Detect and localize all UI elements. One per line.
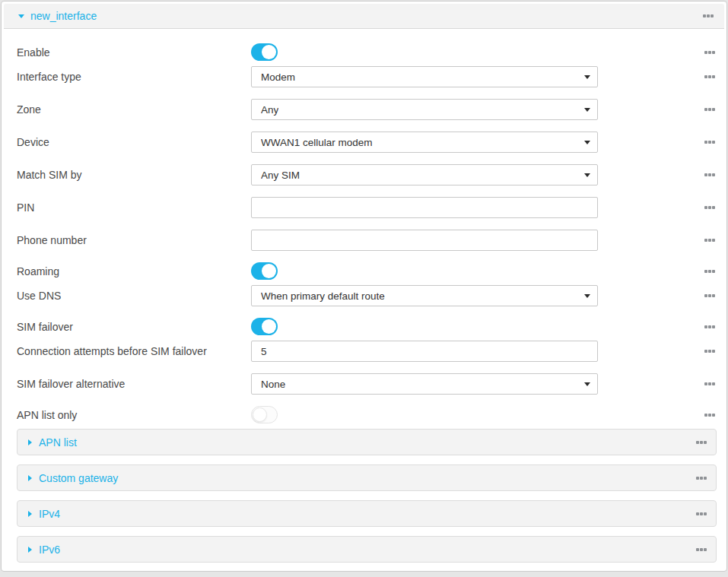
roaming-label: Roaming [17, 265, 251, 277]
interface-type-label: Interface type [17, 71, 251, 83]
row-interface-type: Interface type Modem [17, 66, 717, 87]
row-pin: PIN [17, 197, 717, 218]
enable-label: Enable [17, 46, 251, 59]
panel-header[interactable]: new_interface [4, 4, 724, 29]
row-device: Device WWAN1 cellular modem [17, 132, 717, 153]
apn-list-only-toggle[interactable] [251, 406, 278, 423]
field-control: When primary default route [251, 285, 598, 306]
connection-attempts-before-sim-failover-input[interactable] [251, 341, 598, 362]
pin-input[interactable] [251, 197, 598, 218]
section-custom-gateway-label: Custom gateway [39, 472, 118, 484]
ellipsis-menu-icon[interactable] [704, 380, 715, 388]
ellipsis-menu-icon[interactable] [696, 474, 707, 482]
device-label: Device [17, 136, 251, 148]
row-enable: Enable [17, 43, 717, 61]
enable-toggle[interactable] [251, 43, 278, 61]
sim-failover-alternative-select[interactable]: None [251, 373, 598, 395]
ellipsis-menu-icon[interactable] [704, 171, 715, 179]
triangle-right-icon [28, 547, 32, 553]
use-dns-select[interactable]: When primary default route [251, 285, 598, 306]
chevron-down-icon [584, 141, 590, 144]
section-custom-gateway[interactable]: Custom gateway [17, 464, 717, 491]
field-control: Any [251, 99, 598, 120]
chevron-down-icon [584, 173, 590, 177]
ellipsis-menu-icon[interactable] [696, 510, 707, 518]
use-dns-label: Use DNS [17, 290, 251, 302]
ellipsis-menu-icon[interactable] [703, 12, 714, 20]
zone-label: Zone [17, 103, 251, 116]
ellipsis-menu-icon[interactable] [704, 411, 715, 419]
ellipsis-menu-icon[interactable] [696, 439, 707, 446]
phone-number-label: Phone number [17, 234, 251, 246]
form-rows: Enable Interface type Modem [2, 29, 726, 423]
ellipsis-menu-icon[interactable] [704, 236, 715, 244]
roaming-toggle[interactable] [251, 262, 278, 280]
row-zone: Zone Any [17, 99, 717, 120]
chevron-down-icon [584, 382, 590, 386]
select-value: Any [261, 104, 278, 116]
field-control: Any SIM [251, 164, 598, 185]
field-control [251, 197, 598, 218]
ellipsis-menu-icon[interactable] [704, 106, 715, 113]
field-control: WWAN1 cellular modem [251, 132, 598, 153]
chevron-down-icon [584, 75, 590, 79]
section-ipv4-label: IPv4 [39, 508, 60, 520]
triangle-right-icon [28, 511, 32, 517]
ellipsis-menu-icon[interactable] [704, 292, 715, 300]
collapsed-sections: APN list Custom gateway IPv4 IPv6 [2, 429, 726, 563]
new-interface-panel: new_interface Enable Interface type Mode… [1, 1, 727, 572]
device-select[interactable]: WWAN1 cellular modem [251, 132, 598, 153]
triangle-right-icon [28, 439, 32, 445]
field-control: None [251, 373, 598, 395]
ellipsis-menu-icon[interactable] [704, 73, 715, 81]
ellipsis-menu-icon[interactable] [704, 204, 715, 211]
select-value: When primary default route [261, 290, 385, 302]
toggle-knob [262, 264, 276, 278]
ellipsis-menu-icon[interactable] [704, 138, 715, 146]
field-control [251, 406, 598, 423]
section-apn-list-label: APN list [39, 436, 77, 449]
row-phone-number: Phone number [17, 230, 717, 251]
chevron-down-icon [584, 294, 590, 298]
sim-failover-alternative-label: SIM failover alternative [17, 378, 251, 390]
zone-select[interactable]: Any [251, 99, 598, 120]
triangle-down-icon [18, 14, 24, 18]
toggle-knob [262, 45, 276, 59]
field-control [251, 43, 598, 61]
apn-list-only-label: APN list only [17, 409, 251, 421]
field-control [251, 230, 598, 251]
section-apn-list[interactable]: APN list [17, 429, 717, 455]
row-connection-attempts-before-sim-failover: Connection attempts before SIM failover [17, 341, 717, 362]
match-sim-by-label: Match SIM by [17, 169, 251, 181]
ellipsis-menu-icon[interactable] [704, 49, 715, 56]
ellipsis-menu-icon[interactable] [704, 323, 715, 331]
field-control [251, 341, 598, 362]
toggle-knob [253, 407, 267, 422]
select-value: Any SIM [261, 170, 300, 181]
sim-failover-label: SIM failover [17, 321, 251, 333]
select-value: WWAN1 cellular modem [261, 137, 373, 148]
panel-title: new_interface [30, 10, 97, 22]
connection-attempts-before-sim-failover-label: Connection attempts before SIM failover [17, 345, 251, 357]
chevron-down-icon [584, 108, 590, 112]
ellipsis-menu-icon[interactable] [704, 268, 715, 275]
pin-label: PIN [17, 201, 251, 214]
phone-number-input[interactable] [251, 230, 598, 251]
select-value: Modem [261, 71, 295, 83]
ellipsis-menu-icon[interactable] [696, 546, 707, 553]
row-roaming: Roaming [17, 262, 717, 280]
field-control [251, 318, 598, 335]
row-match-sim-by: Match SIM by Any SIM [17, 164, 717, 185]
ellipsis-menu-icon[interactable] [704, 347, 715, 355]
row-use-dns: Use DNS When primary default route [17, 285, 717, 306]
row-sim-failover-alternative: SIM failover alternative None [17, 373, 717, 395]
section-ipv4[interactable]: IPv4 [17, 500, 717, 527]
row-apn-list-only: APN list only [17, 406, 717, 423]
match-sim-by-select[interactable]: Any SIM [251, 164, 598, 185]
section-ipv6[interactable]: IPv6 [17, 536, 717, 563]
interface-type-select[interactable]: Modem [251, 66, 598, 87]
triangle-right-icon [28, 475, 32, 481]
field-control: Modem [251, 66, 598, 87]
toggle-knob [262, 319, 276, 334]
sim-failover-toggle[interactable] [251, 318, 278, 335]
